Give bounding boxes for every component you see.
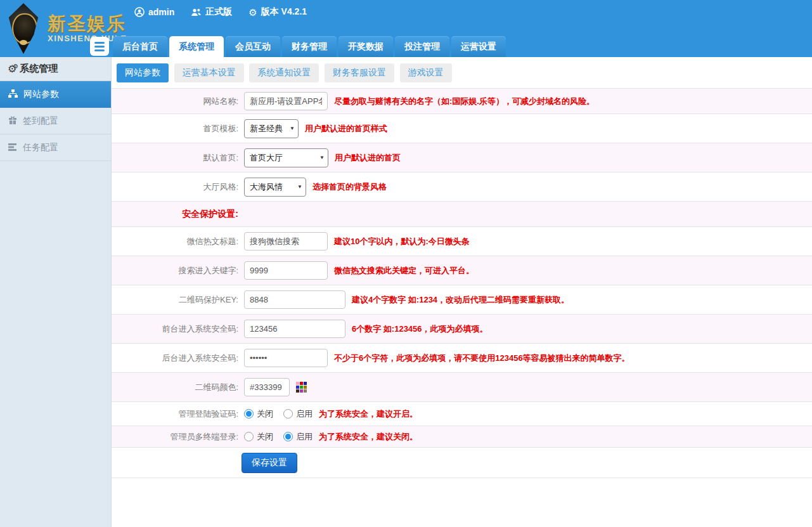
form-row-save: 保存设置 [112, 448, 812, 478]
field-label: 大厅风格: [112, 181, 242, 193]
field-hint: 用户默认进的首页样式 [305, 123, 387, 134]
field-hint: 建议4个字数字 如:1234，改动后代理二维码需要重新获取。 [352, 294, 569, 306]
field-label: 网站名称: [112, 96, 242, 107]
multi-login-on-option[interactable]: 启用 [283, 431, 313, 443]
sidebar-item-label: 签到配置 [23, 115, 58, 127]
user-icon [134, 7, 145, 17]
save-settings-button[interactable]: 保存设置 [242, 453, 297, 473]
form-row-site-name: 网站名称: 尽量勿取与赌博有关的名字（如:国际娱.乐等），可减少封域名的风险。 [112, 89, 812, 114]
wechat-title-input[interactable] [244, 232, 328, 250]
field-hint: 6个数字 如:123456，此项为必填项。 [352, 323, 488, 335]
chevron-down-icon: ▼ [297, 184, 302, 190]
selected-option: 新圣经典 [250, 123, 283, 134]
version-label: 版本 V4.2.1 [261, 6, 307, 18]
selected-option: 首页大厅 [250, 152, 283, 164]
sidebar-item-task-config[interactable]: 任务配置 [0, 134, 111, 161]
admin-captcha-on-option[interactable]: 启用 [283, 408, 313, 420]
sitemap-icon [8, 89, 18, 100]
security-section-title: 安全保护设置: [112, 209, 242, 220]
form-row-back-code: 后台进入系统安全码: 不少于6个字符，此项为必填项，请不要使用123456等容易… [112, 344, 812, 373]
back-security-code-input[interactable] [244, 349, 328, 367]
form-row-hall-style: 大厅风格: 大海风情 ▼ 选择首页的背景风格 [112, 172, 812, 202]
form-row-home-template: 首页模板: 新圣经典 ▼ 用户默认进的首页样式 [112, 114, 812, 143]
field-hint: 不少于6个字符，此项为必填项，请不要使用123456等容易被猜出来的简单数字。 [334, 353, 630, 364]
home-template-select[interactable]: 新圣经典 ▼ [244, 119, 299, 138]
sidebar-item-site-params[interactable]: 网站参数 [0, 81, 111, 108]
admin-captcha-radio-group: 关闭 启用 [244, 408, 313, 420]
cogs-icon: ⚙⚙ [8, 63, 15, 74]
subtab-game-settings[interactable]: 游戏设置 [400, 63, 452, 82]
nav-tab-members[interactable]: 会员互动 [226, 36, 280, 57]
current-user[interactable]: admin [134, 7, 174, 17]
nav-tab-lottery-data[interactable]: 开奖数据 [338, 36, 393, 57]
form-row-multi-login: 管理员多终端登录: 关闭 启用 为了系统安全，建议关闭。 [112, 426, 812, 448]
field-hint: 微信热文搜索此关键定，可进入平台。 [334, 265, 474, 277]
tasks-icon [8, 143, 17, 153]
form-row-wechat-title: 微信热文标题: 建议10个字以内，默认为:今日微头条 [112, 227, 812, 256]
subtab-system-notice[interactable]: 系统通知设置 [249, 63, 319, 82]
form-row-default-home: 默认首页: 首页大厅 ▼ 用户默认进的首页 [112, 143, 812, 172]
form-row-security-section: 安全保护设置: [112, 202, 812, 227]
field-hint: 为了系统安全，建议开启。 [319, 408, 418, 420]
subtab-site-params[interactable]: 网站参数 [117, 63, 169, 82]
radio-label: 关闭 [257, 408, 273, 420]
gift-icon [8, 115, 17, 126]
hall-style-select[interactable]: 大海风情 ▼ [244, 178, 306, 197]
form-row-search-keyword: 搜索进入关键字: 微信热文搜索此关键定，可进入平台。 [112, 256, 812, 285]
color-palette-icon[interactable] [296, 382, 307, 393]
admin-captcha-off-option[interactable]: 关闭 [244, 408, 273, 420]
sidebar-item-checkin-config[interactable]: 签到配置 [0, 108, 111, 134]
qrcode-color-input[interactable] [244, 378, 290, 396]
site-name-input[interactable] [244, 92, 328, 110]
chevron-down-icon: ▼ [290, 126, 295, 131]
default-home-select[interactable]: 首页大厅 ▼ [244, 148, 328, 167]
field-label: 二维码保护KEY: [112, 294, 242, 306]
version-info[interactable]: ⚙ 版本 V4.2.1 [248, 6, 307, 18]
sidebar-toggle-button[interactable] [90, 37, 109, 56]
gear-icon: ⚙ [248, 8, 257, 17]
radio-button[interactable] [244, 409, 254, 419]
radio-button[interactable] [283, 409, 293, 419]
radio-button[interactable] [244, 432, 254, 441]
form-row-qrcode-key: 二维码保护KEY: 建议4个字数字 如:1234，改动后代理二维码需要重新获取。 [112, 285, 812, 315]
sidebar-section-label: 系统管理 [20, 63, 58, 75]
field-label: 搜索进入关键字: [112, 265, 242, 277]
nav-tab-betting[interactable]: 投注管理 [395, 36, 449, 57]
main-nav-tabs: 后台首页 系统管理 会员互动 财务管理 开奖数据 投注管理 运营设置 [113, 36, 506, 57]
field-label: 微信热文标题: [112, 236, 242, 247]
nav-tab-dashboard[interactable]: 后台首页 [113, 36, 167, 57]
field-hint: 选择首页的背景风格 [313, 181, 387, 193]
main-content: 网站参数 运营基本设置 系统通知设置 财务客服设置 游戏设置 网站名称: 尽量勿… [112, 57, 812, 527]
brand-title: 新圣娱乐 [48, 14, 127, 34]
nav-tab-operations[interactable]: 运营设置 [451, 36, 506, 57]
field-hint: 用户默认进的首页 [335, 152, 401, 164]
radio-label: 启用 [296, 431, 313, 443]
front-security-code-input[interactable] [244, 320, 345, 338]
search-keyword-input[interactable] [244, 261, 328, 280]
header-info-bar: admin 正式版 ⚙ 版本 V4.2.1 [134, 6, 307, 18]
field-label: 二维码颜色: [112, 382, 242, 393]
form-row-front-code: 前台进入系统安全码: 6个数字 如:123456，此项为必填项。 [112, 315, 812, 344]
field-hint: 尽量勿取与赌博有关的名字（如:国际娱.乐等），可减少封域名的风险。 [334, 96, 595, 107]
user-name: admin [148, 7, 174, 17]
edition-label: 正式版 [205, 6, 232, 18]
field-label: 默认首页: [112, 152, 242, 164]
nav-tab-system[interactable]: 系统管理 [169, 36, 224, 57]
subtab-finance-service[interactable]: 财务客服设置 [325, 63, 394, 82]
sidebar: ⚙⚙ 系统管理 网站参数 签到配置 任务配置 [0, 57, 112, 527]
nav-tab-finance[interactable]: 财务管理 [282, 36, 337, 57]
radio-label: 启用 [296, 408, 313, 420]
field-hint: 建议10个字以内，默认为:今日微头条 [334, 236, 470, 247]
subtab-operation-basic[interactable]: 运营基本设置 [174, 63, 244, 82]
top-header: 新圣娱乐 XINSHENG YULE admin 正式版 ⚙ 版本 V4.2.1… [0, 0, 812, 57]
field-label: 管理员多终端登录: [112, 431, 242, 443]
field-label: 首页模板: [112, 123, 242, 134]
multi-login-off-option[interactable]: 关闭 [244, 431, 273, 443]
radio-label: 关闭 [257, 431, 273, 443]
site-params-form: 网站名称: 尽量勿取与赌博有关的名字（如:国际娱.乐等），可减少封域名的风险。 … [112, 89, 812, 478]
radio-button[interactable] [283, 432, 293, 441]
form-row-admin-captcha: 管理登陆验证码: 关闭 启用 为了系统安全，建议开启。 [112, 402, 812, 426]
multi-login-radio-group: 关闭 启用 [244, 431, 313, 443]
qrcode-key-input[interactable] [244, 290, 345, 309]
edition-badge[interactable]: 正式版 [191, 6, 232, 18]
